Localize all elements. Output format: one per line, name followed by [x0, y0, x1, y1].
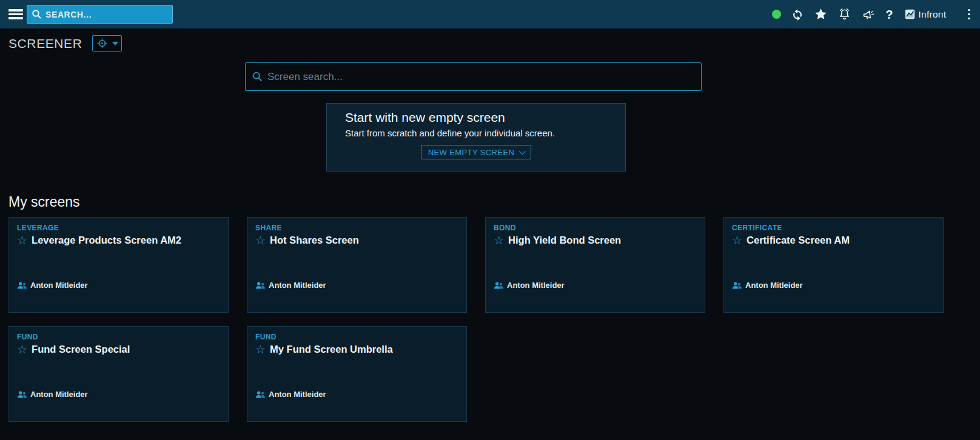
new-empty-screen-label: NEW EMPTY SCREEN [428, 148, 515, 157]
chevron-down-icon [519, 148, 526, 155]
card-category: LEVERAGE [17, 224, 220, 232]
search-icon [252, 71, 263, 82]
favorite-star-icon[interactable]: ☆ [17, 344, 27, 355]
global-search-box[interactable] [27, 5, 173, 24]
connection-status-indicator [772, 10, 781, 19]
card-category: FUND [17, 333, 220, 341]
top-navbar: ? Infront [0, 0, 980, 28]
search-icon [32, 9, 42, 19]
favorite-star-icon[interactable]: ☆ [255, 235, 266, 246]
card-title: Leverage Products Screen AM2 [32, 235, 181, 246]
group-people-icon [494, 281, 503, 290]
chevron-down-icon [112, 42, 118, 45]
new-empty-screen-button[interactable]: NEW EMPTY SCREEN [421, 145, 532, 159]
brand-name: Infront [918, 9, 946, 20]
crosshair-target-icon [96, 37, 109, 50]
screen-search-input[interactable] [267, 71, 695, 83]
hamburger-menu-icon[interactable] [8, 9, 23, 19]
card-category: BOND [494, 224, 697, 232]
screen-card-leverage[interactable]: LEVERAGE ☆ Leverage Products Screen AM2 … [8, 217, 229, 313]
screen-card-certificate[interactable]: CERTIFICATE ☆ Certificate Screen AM Anto… [723, 217, 944, 313]
card-category: CERTIFICATE [732, 224, 935, 232]
my-screens-grid: LEVERAGE ☆ Leverage Products Screen AM2 … [8, 217, 944, 422]
infront-brand: Infront [905, 9, 946, 20]
global-search-input[interactable] [45, 10, 168, 19]
card-owner-name: Anton Mitleider [30, 281, 88, 290]
screener-header: SCREENER [8, 35, 122, 52]
screen-card-fund-special[interactable]: FUND ☆ Fund Screen Special Anton Mitleid… [8, 326, 229, 422]
favorites-star-icon[interactable] [814, 7, 828, 21]
favorite-star-icon[interactable]: ☆ [17, 235, 27, 246]
page-title: SCREENER [8, 36, 82, 51]
announcements-megaphone-icon[interactable] [861, 7, 876, 22]
sync-refresh-icon[interactable] [791, 8, 804, 21]
screen-card-fund-umbrella[interactable]: FUND ☆ My Fund Screen Umbrella Anton Mit… [247, 326, 467, 422]
card-title: Fund Screen Special [32, 344, 130, 355]
hero-subtitle: Start from scratch and define your indiv… [345, 128, 625, 138]
group-people-icon [17, 390, 27, 399]
link-target-dropdown-button[interactable] [92, 35, 122, 52]
group-people-icon [255, 281, 265, 290]
card-owner-name: Anton Mitleider [269, 281, 326, 290]
overflow-menu-icon[interactable] [965, 7, 973, 22]
card-owner-name: Anton Mitleider [745, 281, 803, 290]
card-owner-name: Anton Mitleider [30, 390, 88, 399]
card-owner-name: Anton Mitleider [269, 390, 326, 399]
my-screens-heading: My screens [8, 194, 80, 210]
notifications-bell-icon[interactable] [837, 7, 851, 21]
help-icon[interactable]: ? [885, 8, 893, 21]
group-people-icon [255, 390, 265, 399]
card-category: FUND [255, 333, 458, 341]
group-people-icon [732, 281, 742, 290]
card-title: My Fund Screen Umbrella [270, 344, 393, 355]
favorite-star-icon[interactable]: ☆ [255, 344, 266, 355]
new-screen-hero-card: Start with new empty screen Start from s… [326, 103, 626, 172]
group-people-icon [17, 281, 27, 290]
favorite-star-icon[interactable]: ☆ [494, 235, 504, 246]
hero-title: Start with new empty screen [345, 110, 625, 125]
favorite-star-icon[interactable]: ☆ [732, 235, 742, 246]
card-category: SHARE [255, 224, 458, 232]
screen-card-bond[interactable]: BOND ☆ High Yield Bond Screen Anton Mitl… [485, 217, 705, 313]
navbar-right-icons: ? Infront [772, 0, 973, 28]
card-title: Certificate Screen AM [747, 235, 850, 246]
infront-logo-icon [905, 9, 915, 19]
screen-card-share[interactable]: SHARE ☆ Hot Shares Screen Anton Mitleide… [247, 217, 467, 313]
card-owner-name: Anton Mitleider [507, 281, 565, 290]
screen-search-box[interactable] [245, 62, 702, 91]
card-title: Hot Shares Screen [270, 235, 359, 246]
card-title: High Yield Bond Screen [508, 235, 621, 246]
